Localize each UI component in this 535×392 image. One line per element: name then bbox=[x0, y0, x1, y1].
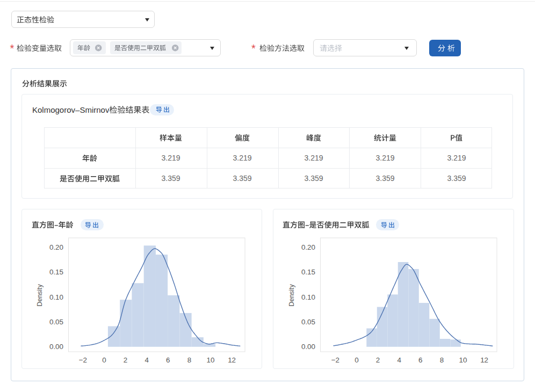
svg-text:0.10: 0.10 bbox=[49, 293, 63, 301]
svg-text:8: 8 bbox=[187, 356, 191, 364]
svg-text:0.15: 0.15 bbox=[301, 268, 315, 276]
svg-text:0.20: 0.20 bbox=[49, 243, 63, 251]
svg-text:−2: −2 bbox=[331, 356, 339, 364]
svg-text:12: 12 bbox=[228, 356, 236, 364]
svg-text:Kolmogorov–Smirnov: Kolmogorov–Smirnov bbox=[32, 105, 110, 114]
svg-text:Density: Density bbox=[288, 284, 295, 306]
svg-text:0.10: 0.10 bbox=[301, 293, 315, 301]
svg-text:0.00: 0.00 bbox=[49, 343, 63, 351]
svg-text:2: 2 bbox=[124, 356, 127, 364]
svg-text:0.00: 0.00 bbox=[301, 343, 315, 351]
svg-text:8: 8 bbox=[440, 356, 444, 364]
svg-text:6: 6 bbox=[166, 356, 170, 364]
svg-text:2: 2 bbox=[376, 356, 380, 364]
svg-text:0.05: 0.05 bbox=[301, 318, 315, 326]
svg-text:0: 0 bbox=[102, 356, 106, 364]
svg-text:6: 6 bbox=[418, 356, 422, 364]
svg-text:0: 0 bbox=[355, 356, 358, 364]
svg-text:10: 10 bbox=[459, 356, 467, 364]
svg-text:4: 4 bbox=[397, 356, 401, 364]
svg-text:12: 12 bbox=[480, 356, 488, 364]
svg-text:4: 4 bbox=[144, 356, 149, 364]
svg-text:0.05: 0.05 bbox=[49, 318, 63, 326]
svg-text:−2: −2 bbox=[79, 356, 87, 364]
svg-text:Density: Density bbox=[36, 284, 44, 306]
svg-text:0.20: 0.20 bbox=[301, 243, 315, 251]
svg-text:10: 10 bbox=[207, 356, 215, 364]
svg-text:0.15: 0.15 bbox=[49, 268, 63, 276]
